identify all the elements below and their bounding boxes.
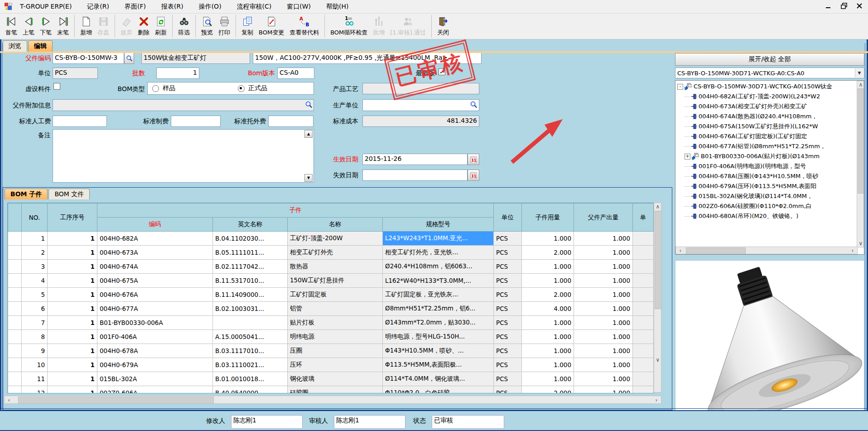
table-cell[interactable]: 1.000 <box>522 232 574 246</box>
table-cell[interactable] <box>633 288 654 302</box>
table-cell[interactable]: 004H0-682A <box>97 232 213 246</box>
row-selector-cell[interactable] <box>8 372 22 386</box>
effective-date-calendar-button[interactable]: 31 <box>468 154 479 165</box>
tree-item[interactable]: 004H0-679A(压环)(Φ113.5*H5MM,表面阳 <box>676 181 864 191</box>
table-cell[interactable]: 015BL-302A <box>97 372 213 386</box>
parent-code-search-button[interactable] <box>124 53 134 64</box>
table-cell[interactable]: B.03.1117010... <box>213 344 288 358</box>
table-cell[interactable]: PCS <box>494 302 522 316</box>
table-cell[interactable]: 1.000 <box>522 260 574 274</box>
tree-item[interactable]: 004H0-674A(散热器)(Ø240.4*H108mm， <box>676 111 864 121</box>
toolbar-button-delete[interactable]: 删除 <box>135 15 152 37</box>
tree-item[interactable]: +B01-BYB00330-006A(贴片灯板)(Ø143mm <box>676 151 864 161</box>
table-cell[interactable]: 1.000 <box>574 302 633 316</box>
table-cell[interactable]: 1 <box>48 232 97 246</box>
table-cell[interactable]: B.11.1409000... <box>213 288 288 302</box>
table-cell[interactable]: 1 <box>22 232 48 246</box>
table-cell[interactable]: B.40.0540000... <box>213 386 288 394</box>
table-cell[interactable]: 1 <box>48 386 97 394</box>
table-cell[interactable]: 压环 <box>288 358 383 372</box>
effective-date-field[interactable]: 2015-11-26 <box>362 154 468 165</box>
table-row[interactable]: 51004H0-676AB.11.1409000...工矿灯固定板工矿灯固定板，… <box>8 288 654 302</box>
row-selector-cell[interactable] <box>8 288 22 302</box>
table-row[interactable]: 91004H0-678AB.03.1117010...压圈Φ143*H10.5M… <box>8 344 654 358</box>
tree-item[interactable]: 004H0-676A(工矿灯固定板)(工矿灯固定 <box>676 131 864 141</box>
chevron-down-icon[interactable]: ▼ <box>855 68 863 77</box>
menu-item[interactable]: T-GROUP ERP(E) <box>20 3 72 11</box>
toolbar-button-bom-change[interactable]: BOM变更 <box>256 15 287 37</box>
expire-date-field[interactable] <box>362 169 468 181</box>
minimize-icon[interactable] <box>825 2 833 10</box>
close-icon[interactable] <box>855 2 863 10</box>
table-cell[interactable]: 004H0-673A <box>97 246 213 260</box>
menu-item[interactable]: 报表(R) <box>161 3 183 11</box>
row-selector-cell[interactable] <box>8 260 22 274</box>
table-cell[interactable]: 1 <box>48 344 97 358</box>
scroll-down-icon[interactable]: ∨ <box>654 356 661 363</box>
table-cell[interactable] <box>633 372 654 386</box>
table-hscrollbar[interactable]: ‹ › <box>4 396 661 404</box>
table-cell[interactable]: 1.000 <box>522 358 574 372</box>
table-cell[interactable] <box>633 260 654 274</box>
table-cell[interactable]: 1.000 <box>574 316 633 330</box>
table-cell[interactable]: 1.000 <box>574 330 633 344</box>
table-cell[interactable]: 2.000 <box>522 386 574 394</box>
toolbar-button-refresh[interactable]: 刷新 <box>152 15 169 37</box>
table-cell[interactable] <box>633 274 654 288</box>
table-cell[interactable]: Ø8mm*H51*T2.25mm，铝6... <box>383 302 494 316</box>
table-cell[interactable]: PCS <box>494 358 522 372</box>
table-cell[interactable]: 004H0-677A <box>97 302 213 316</box>
row-selector-cell[interactable] <box>8 246 22 260</box>
table-cell[interactable]: 1.000 <box>574 274 633 288</box>
tree-item[interactable]: 004H0-678A(压圈)(Φ143*H10.5MM，喷砂 <box>676 171 864 181</box>
row-selector-cell[interactable] <box>8 316 22 330</box>
scroll-left-icon[interactable]: ‹ <box>5 397 13 404</box>
table-row[interactable]: 31004H0-674AB.02.1117042...散热器Ø240.4*H10… <box>8 260 654 274</box>
table-cell[interactable]: 1.000 <box>522 274 574 288</box>
table-cell[interactable]: 1 <box>48 288 97 302</box>
row-selector-cell[interactable] <box>8 330 22 344</box>
row-selector-cell[interactable] <box>8 358 22 372</box>
table-cell[interactable]: 工矿灯固定板 <box>288 288 383 302</box>
table-cell[interactable]: 11 <box>22 372 48 386</box>
table-cell[interactable]: 1 <box>48 260 97 274</box>
collapse-icon[interactable]: - <box>677 84 683 90</box>
table-cell[interactable]: 1.000 <box>522 316 574 330</box>
tree-item[interactable]: 002Z0-606A(硅胶圈)(Φ110*Φ2.0mm,白 <box>676 201 864 211</box>
remark-scroll-up[interactable]: ▲ <box>304 130 313 138</box>
radio-formal[interactable] <box>238 85 245 92</box>
toolbar-button-filter[interactable]: 筛选 <box>175 15 193 37</box>
tree-vscrollbar[interactable]: ∧ ∨ <box>857 81 864 247</box>
table-cell[interactable]: 001F0-406A <box>97 330 213 344</box>
table-cell[interactable]: 004H0-675A <box>97 274 213 288</box>
table-cell[interactable]: 004H0-674A <box>97 260 213 274</box>
table-cell[interactable]: 1.000 <box>522 344 574 358</box>
table-cell[interactable]: B.05.1111011... <box>213 246 288 260</box>
tree-item[interactable]: 004H0-673A(相变工矿灯外壳)(相变工矿 <box>676 102 864 111</box>
table-cell[interactable]: PCS <box>494 288 522 302</box>
table-cell[interactable]: Ø114*T4.0MM，钢化玻璃... <box>383 372 494 386</box>
table-cell[interactable]: L243*W243*T1.0MM.亚光... <box>383 232 494 246</box>
table-cell[interactable]: 1.000 <box>522 330 574 344</box>
menu-item[interactable]: 窗口(W) <box>287 3 311 11</box>
table-cell[interactable]: 硅胶圈 <box>288 386 383 394</box>
table-cell[interactable]: Φ143*H10.5MM，喷砂、... <box>383 344 494 358</box>
std-make-field[interactable] <box>171 116 221 127</box>
table-cell[interactable]: PCS <box>494 316 522 330</box>
row-selector-cell[interactable] <box>8 274 22 288</box>
table-cell[interactable]: 工矿灯固定板，亚光铁灰... <box>383 288 494 302</box>
table-cell[interactable]: 压圈 <box>288 344 383 358</box>
view-tab-active[interactable]: 编辑 <box>28 40 53 52</box>
table-cell[interactable]: PCS <box>494 330 522 344</box>
table-cell[interactable]: 6 <box>22 302 48 316</box>
tree-item[interactable]: 004H0-682A(工矿灯-顶盖-200W)(L243*W2 <box>676 92 864 102</box>
toolbar-button-last-record[interactable]: 末笔 <box>54 15 72 37</box>
table-cell[interactable]: B.04.1102030... <box>213 232 288 246</box>
expand-collapse-all-button[interactable]: 展开/收起 全部 <box>675 53 864 66</box>
table-row[interactable]: 111015BL-302AB.01.0010018...钢化玻璃Ø114*T4.… <box>8 372 654 386</box>
table-cell[interactable]: PCS <box>494 260 522 274</box>
table-cell[interactable]: 1.000 <box>574 260 633 274</box>
bom-version-field[interactable]: CS-A0 <box>277 68 314 79</box>
table-cell[interactable]: 1.000 <box>574 232 633 246</box>
table-cell[interactable]: B.03.1110021... <box>213 358 288 372</box>
